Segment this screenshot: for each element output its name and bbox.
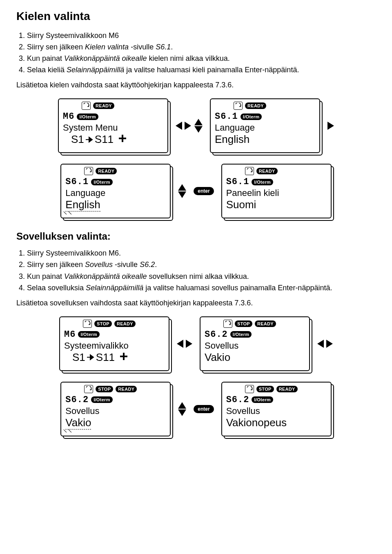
diagram-row: STOP READY M6 I/Oterm Systeemivalikko S1… [16, 316, 376, 371]
ioterm-pill: I/Oterm [241, 113, 262, 120]
step: Kun painat Valikkonäppäintä oikealle sov… [27, 271, 376, 282]
arrow-down-icon [178, 191, 186, 198]
arrow-up-icon [178, 402, 186, 409]
ready-pill: READY [255, 320, 276, 327]
ready-pill: READY [96, 168, 117, 174]
diagram-row: READY M6 I/Oterm System Menu S1S11 [16, 98, 376, 153]
nav-arrows [317, 340, 333, 348]
step: Selaa sovelluksia Selainnäppäimillä ja v… [27, 283, 376, 293]
plus-icon [119, 352, 128, 361]
stop-pill: STOP [94, 320, 112, 327]
curve-icon [84, 167, 93, 175]
step: Siirry Systeemivalikkoon M6. [27, 248, 376, 258]
display-panel: READY S6.1 I/Oterm Paneelin kieli Suomi [221, 164, 332, 218]
plus-icon [118, 134, 127, 143]
curve-icon [223, 320, 232, 328]
step: Kun painat Valikkonäppäintä oikealle kie… [27, 53, 376, 64]
curve-icon [245, 385, 254, 393]
arrow-right-icon [85, 134, 94, 147]
enter-button: enter [194, 187, 214, 195]
display-panel: STOP READY S6.2 I/Oterm Sovellus Vakiono… [221, 382, 332, 436]
arrow-down-icon [194, 126, 203, 133]
ioterm-pill: I/Oterm [77, 113, 98, 120]
ready-pill: READY [116, 386, 137, 392]
curve-icon [83, 320, 92, 328]
nav-arrows [178, 402, 186, 416]
diagram-row: STOP READY S6.2 I/Oterm Sovellus Vakio e… [16, 382, 376, 436]
arrow-down-icon [178, 409, 186, 416]
display-panel: STOP READY S6.2 I/Oterm Sovellus Vakio [200, 316, 310, 371]
section1-steps: Siirry Systeemivalikkoon M6 Siirry sen j… [16, 30, 376, 75]
ready-pill: READY [256, 168, 278, 174]
section1-title: Kielen valinta [16, 10, 376, 23]
ioterm-pill: I/Oterm [252, 179, 273, 185]
stop-pill: STOP [96, 386, 113, 392]
nav-arrows [176, 119, 203, 133]
arrow-up-icon [178, 184, 186, 191]
display-panel: READY S6.1 I/Oterm Language English [60, 164, 171, 218]
section2-title: Sovelluksen valinta: [16, 231, 376, 242]
step: Siirry sen jälkeen Kielen valinta -sivul… [27, 42, 376, 52]
stop-pill: STOP [256, 386, 274, 392]
step: Siirry Systeemivalikkoon M6 [27, 30, 376, 41]
ready-pill: READY [245, 102, 266, 109]
ioterm-pill: I/Oterm [252, 396, 273, 403]
display-panel: READY M6 I/Oterm System Menu S1S11 [58, 98, 168, 153]
section2-steps: Siirry Systeemivalikkoon M6. Siirry sen … [16, 248, 376, 293]
diagram-row: READY S6.1 I/Oterm Language English ente… [16, 164, 376, 218]
curve-icon [234, 102, 243, 110]
curve-icon [84, 385, 93, 393]
ioterm-pill: I/Oterm [91, 396, 113, 403]
arrow-right-icon [326, 340, 333, 348]
section1-info: Lisätietoa kielen vaihdosta saat käyttöo… [16, 81, 376, 89]
section2-info: Lisätietoa sovelluksen vaihdosta saat kä… [16, 299, 376, 307]
ready-pill: READY [114, 320, 136, 327]
step: Siirry sen jälkeen Sovellus -sivulle S6.… [27, 259, 376, 270]
display-panel: STOP READY S6.2 I/Oterm Sovellus Vakio [60, 382, 171, 436]
ioterm-pill: I/Oterm [91, 179, 113, 185]
ioterm-pill: I/Oterm [78, 331, 100, 338]
arrow-right-icon [86, 352, 95, 364]
arrow-right-icon [327, 122, 334, 130]
display-panel: READY S6.1 I/Oterm Language English [210, 98, 320, 153]
step: Selaa kieliä Selainnäppäimillä ja valits… [27, 65, 376, 75]
arrow-up-icon [194, 119, 203, 125]
curve-icon [82, 102, 91, 110]
arrow-left-icon [176, 122, 182, 130]
arrow-left-icon [177, 340, 183, 348]
ioterm-pill: I/Oterm [230, 331, 252, 338]
stop-pill: STOP [235, 320, 252, 327]
arrow-right-icon [185, 122, 191, 130]
curve-icon [245, 167, 254, 175]
display-panel: STOP READY M6 I/Oterm Systeemivalikko S1… [59, 316, 169, 371]
enter-button: enter [194, 405, 214, 413]
nav-arrows [177, 340, 192, 348]
arrow-right-icon [186, 340, 192, 348]
arrow-left-icon [317, 340, 324, 348]
ready-pill: READY [93, 102, 114, 109]
ready-pill: READY [276, 386, 298, 392]
nav-arrows [178, 184, 186, 198]
